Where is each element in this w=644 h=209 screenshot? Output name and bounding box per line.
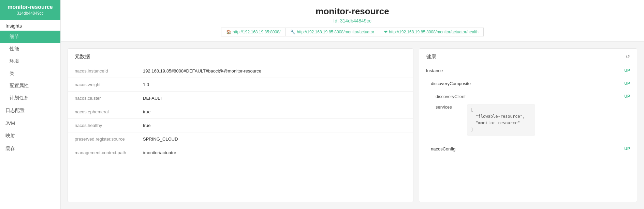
meta-key: nacos.weight [68,78,136,92]
health-discoveryClient-status: UP [624,94,630,99]
meta-table-row: nacos.weight 1.0 [68,78,413,92]
meta-key: nacos.cluster [68,92,136,105]
health-nacosConfig-label: nacosConfig [426,146,455,151]
health-instance-label: Instance [426,68,443,73]
refresh-icon[interactable]: ↺ [626,53,630,60]
meta-table: nacos.instanceId 192.168.19.85#8008#DEFA… [68,64,413,159]
meta-table-row: nacos.cluster DEFAULT [68,92,413,105]
sidebar-item-映射[interactable]: 映射 [0,129,60,142]
meta-value: SPRING_CLOUD [136,132,413,146]
meta-card: 元数据 nacos.instanceId 192.168.19.85#8008#… [68,48,413,202]
meta-value: 1.0 [136,78,413,92]
health-services-row: services [ "flowable-resource", "monitor… [426,103,630,139]
health-instance-row: Instance UP [419,64,637,77]
health-services-value: [ "flowable-resource", "monitor-resource… [467,104,535,135]
meta-table-row: nacos.ephemeral true [68,105,413,119]
sidebar-item-类[interactable]: 类 [0,67,60,80]
meta-key: nacos.healthy [68,119,136,132]
home-icon: 🏠 [226,30,231,34]
sidebar-item-缓存[interactable]: 缓存 [0,142,60,155]
page-links: 🏠 http://192.168.19.85:8008/ 🔧 http://19… [61,28,644,36]
health-header: 健康 ↺ [419,49,637,64]
health-services-block: services [ "flowable-resource", "monitor… [419,103,637,143]
meta-table-row: nacos.instanceId 192.168.19.85#8008#DEFA… [68,64,413,78]
sidebar-header: monitor-resource 314db44849cc [0,0,60,20]
sidebar-item-配置属性[interactable]: 配置属性 [0,80,60,92]
meta-key: management.context-path [68,146,136,160]
insights-label: Insights [0,20,60,31]
meta-value: /monitor/actuator [136,146,413,160]
main-content: monitor-resource Id: 314db44849cc 🏠 http… [61,0,644,209]
meta-key: nacos.ephemeral [68,105,136,119]
sidebar-app-id: 314db44849cc [5,11,55,16]
sidebar: monitor-resource 314db44849cc Insights 细… [0,0,61,209]
meta-table-row: preserved.register.source SPRING_CLOUD [68,132,413,146]
link-health-url: http://192.168.19.85:8008/monitor/actuat… [389,30,479,34]
health-discoveryComposite-status: UP [624,81,630,86]
health-title: 健康 [426,53,436,60]
content-area: 元数据 nacos.instanceId 192.168.19.85#8008#… [61,42,644,209]
meta-value: true [136,119,413,132]
health-icon: ❤ [384,30,387,34]
link-actuator-url: http://192.168.19.85:8008/monitor/actuat… [297,30,374,34]
sidebar-item-计划任务[interactable]: 计划任务 [0,92,60,104]
health-card: 健康 ↺ Instance UP discoveryComposite UP d… [419,48,637,202]
meta-key: nacos.instanceId [68,64,136,78]
actuator-icon: 🔧 [290,30,295,34]
sidebar-item-jvm[interactable]: JVM [0,117,60,129]
meta-value: true [136,105,413,119]
page-header: monitor-resource Id: 314db44849cc 🏠 http… [61,0,644,42]
health-discoveryClient-row: discoveryClient UP [419,90,637,103]
meta-key: preserved.register.source [68,132,136,146]
link-home[interactable]: 🏠 http://192.168.19.85:8008/ [221,28,286,36]
health-discoveryComposite-label: discoveryComposite [426,81,471,86]
sidebar-item-细节[interactable]: 细节 [0,31,60,43]
health-nacosConfig-status: UP [624,146,630,151]
sidebar-item-日志配置[interactable]: 日志配置 [0,104,60,117]
link-home-url: http://192.168.19.85:8008/ [233,30,280,34]
sidebar-group: 细节 性能 环境 类 配置属性 计划任务 [0,31,60,104]
health-discoveryClient-label: discoveryClient [426,94,466,99]
page-title: monitor-resource [61,6,644,17]
page-subtitle: Id: 314db44849cc [61,18,644,23]
sidebar-item-性能[interactable]: 性能 [0,43,60,55]
health-services-label: services [426,104,467,110]
meta-table-row: management.context-path /monitor/actuato… [68,146,413,160]
sidebar-item-环境[interactable]: 环境 [0,55,60,67]
meta-table-row: nacos.healthy true [68,119,413,132]
meta-value: 192.168.19.85#8008#DEFAULT#baocl@@monito… [136,64,413,78]
health-discoveryComposite-row: discoveryComposite UP [419,77,637,90]
link-actuator[interactable]: 🔧 http://192.168.19.85:8008/monitor/actu… [286,28,379,36]
health-instance-status: UP [624,68,630,73]
meta-title: 元数据 [68,49,413,64]
meta-value: DEFAULT [136,92,413,105]
sidebar-app-name: monitor-resource [5,4,55,10]
link-health[interactable]: ❤ http://192.168.19.85:8008/monitor/actu… [379,28,484,36]
health-nacosConfig-row: nacosConfig UP [419,143,637,155]
